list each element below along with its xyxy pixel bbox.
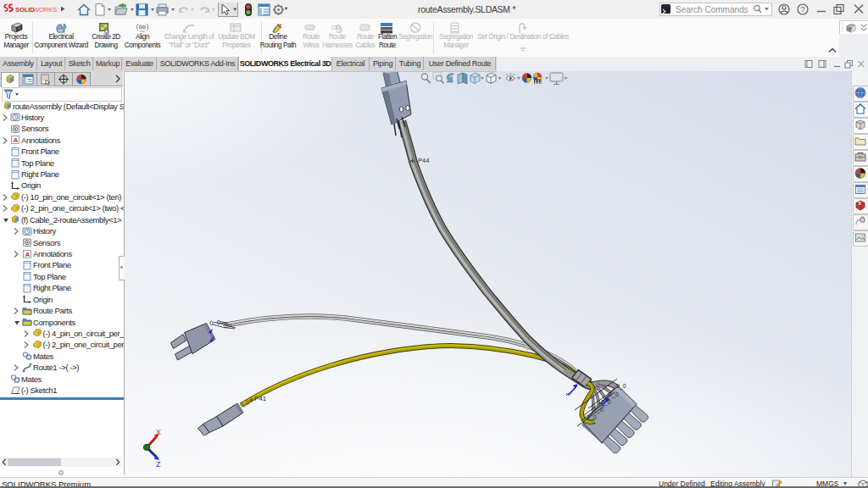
svg-text:WORKS: WORKS [33,6,57,14]
svg-text:SOLID: SOLID [15,6,35,14]
svg-text:Z: Z [156,460,161,469]
svg-text:2_0: 2_0 [609,391,619,398]
svg-text:X: X [156,428,161,436]
svg-text:7_0: 7_0 [593,407,604,413]
svg-text:P41: P41 [254,395,267,402]
svg-text:3_0: 3_0 [616,383,626,390]
svg-text:P44: P44 [418,157,429,164]
svg-text:?: ? [801,5,805,14]
svg-text:9_0: 9_0 [587,414,597,421]
